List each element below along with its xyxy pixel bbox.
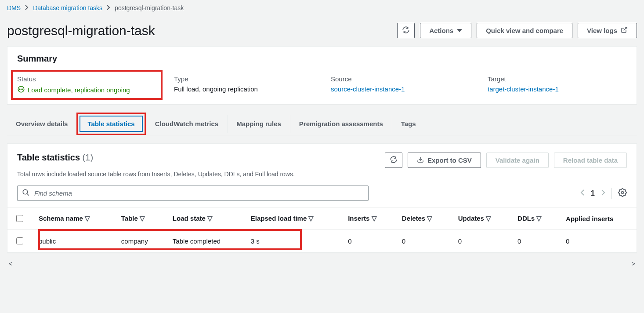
chevron-right-icon — [25, 4, 29, 11]
search-icon — [22, 189, 30, 198]
sort-icon: ▽ — [308, 215, 314, 222]
chevron-right-icon — [107, 4, 110, 11]
tab-table-statistics[interactable]: Table statistics — [80, 116, 142, 132]
tab-cloudwatch[interactable]: CloudWatch metrics — [146, 115, 227, 133]
stats-subtitle: Total rows include loaded source table r… — [7, 170, 637, 184]
summary-type: Type Full load, ongoing replication — [174, 75, 313, 95]
page-number: 1 — [591, 189, 595, 197]
external-link-icon — [621, 26, 628, 35]
cell-inserts: 0 — [341, 230, 395, 252]
scrollbar-left-icon: < — [7, 260, 14, 267]
view-logs-button[interactable]: View logs — [578, 23, 637, 38]
pagination: 1 — [580, 188, 627, 199]
summary-source-label: Source — [331, 75, 470, 83]
sort-icon: ▽ — [486, 215, 491, 222]
cell-ddls: 0 — [510, 230, 559, 252]
tabs: Overview details Table statistics CloudW… — [7, 113, 637, 135]
tab-tags[interactable]: Tags — [392, 115, 425, 133]
breadcrumb-current: postgresql-migration-task — [115, 4, 184, 11]
reload-table-data-button[interactable]: Reload table data — [554, 153, 627, 168]
col-deletes[interactable]: Deletes ▽ — [395, 207, 451, 230]
horizontal-scrollbar[interactable]: < > — [7, 261, 637, 267]
stats-refresh-button[interactable] — [385, 153, 402, 168]
summary-source-link[interactable]: source-cluster-instance-1 — [331, 85, 405, 93]
sort-icon: ▽ — [85, 215, 90, 222]
svg-point-5 — [622, 191, 624, 193]
page-title: postgresql-migration-task — [7, 23, 155, 38]
table-stats-panel: Table statistics (1) Export to CSV — [7, 143, 637, 253]
summary-status-value: Load complete, replication ongoing — [17, 85, 130, 95]
breadcrumb-root[interactable]: DMS — [7, 4, 21, 11]
breadcrumb: DMS Database migration tasks postgresql-… — [7, 4, 637, 11]
svg-point-3 — [22, 89, 23, 90]
stats-count: (1) — [83, 153, 93, 162]
col-table[interactable]: Table ▽ — [114, 207, 166, 230]
table-scroll[interactable]: Schema name ▽ Table ▽ Load state ▽ Elaps… — [7, 207, 637, 252]
refresh-icon — [402, 26, 410, 35]
settings-button[interactable] — [611, 188, 627, 199]
cell-updates: 0 — [451, 230, 510, 252]
col-applied-inserts[interactable]: Applied inserts — [559, 207, 637, 230]
reload-table-data-label: Reload table data — [563, 156, 618, 164]
stats-title-text: Table statistics — [17, 153, 80, 162]
svg-point-2 — [21, 89, 22, 90]
cell-schema: public — [32, 230, 114, 252]
summary-source: Source source-cluster-instance-1 — [331, 75, 470, 95]
validate-again-button[interactable]: Validate again — [486, 153, 549, 168]
summary-status-text: Load complete, replication ongoing — [28, 86, 130, 94]
sort-icon: ▽ — [207, 215, 213, 222]
summary-panel: Summary Status Load complete, replicatio… — [7, 46, 637, 105]
refresh-icon — [390, 156, 398, 165]
summary-type-label: Type — [174, 75, 313, 83]
tab-mapping-rules[interactable]: Mapping rules — [227, 115, 290, 133]
cell-load-state: Table completed — [166, 230, 244, 252]
export-csv-label: Export to CSV — [427, 156, 472, 164]
stats-table: Schema name ▽ Table ▽ Load state ▽ Elaps… — [7, 207, 637, 252]
col-schema[interactable]: Schema name ▽ — [32, 207, 114, 230]
actions-button[interactable]: Actions — [420, 23, 471, 38]
download-icon — [417, 156, 424, 164]
cell-elapsed: 3 s — [244, 230, 341, 252]
row-checkbox[interactable] — [16, 237, 23, 244]
summary-target-label: Target — [488, 75, 627, 83]
caret-down-icon — [457, 29, 462, 32]
page-prev-button[interactable] — [580, 189, 585, 198]
sort-icon: ▽ — [536, 215, 542, 222]
search-container — [17, 186, 369, 201]
col-updates[interactable]: Updates ▽ — [451, 207, 510, 230]
search-input[interactable] — [33, 189, 364, 197]
sort-icon: ▽ — [427, 215, 432, 222]
stats-title: Table statistics (1) — [17, 153, 93, 162]
tab-premigration[interactable]: Premigration assessments — [290, 115, 392, 133]
summary-type-value: Full load, ongoing replication — [174, 85, 313, 93]
actions-label: Actions — [429, 27, 453, 34]
sort-icon: ▽ — [372, 215, 377, 222]
scrollbar-right-icon: > — [630, 260, 637, 267]
summary-heading: Summary — [7, 47, 637, 67]
export-csv-button[interactable]: Export to CSV — [408, 153, 481, 168]
select-all-checkbox[interactable] — [16, 215, 23, 222]
col-ddls[interactable]: DDLs ▽ — [510, 207, 559, 230]
summary-target-link[interactable]: target-cluster-instance-1 — [488, 85, 559, 93]
breadcrumb-tasks[interactable]: Database migration tasks — [33, 4, 102, 11]
validate-again-label: Validate again — [496, 156, 539, 164]
status-ongoing-icon — [17, 85, 25, 95]
cell-deletes: 0 — [395, 230, 451, 252]
sort-icon: ▽ — [140, 215, 145, 222]
refresh-button[interactable] — [397, 23, 415, 38]
summary-status-highlighted: Status Load complete, replication ongoin… — [11, 70, 163, 100]
col-elapsed[interactable]: Elapsed load time ▽ — [244, 207, 341, 230]
table-row[interactable]: public company Table completed 3 s 0 0 0… — [7, 230, 637, 252]
quick-view-button[interactable]: Quick view and compare — [477, 23, 572, 38]
summary-status-label: Status — [17, 75, 156, 83]
col-load-state[interactable]: Load state ▽ — [166, 207, 244, 230]
tab-overview[interactable]: Overview details — [7, 115, 76, 133]
view-logs-label: View logs — [587, 27, 617, 34]
svg-point-4 — [23, 189, 28, 194]
page-next-button[interactable] — [601, 189, 605, 198]
quick-view-label: Quick view and compare — [486, 27, 563, 34]
cell-table: company — [114, 230, 166, 252]
col-inserts[interactable]: Inserts ▽ — [341, 207, 395, 230]
col-checkbox — [7, 207, 32, 230]
svg-point-1 — [19, 89, 20, 90]
